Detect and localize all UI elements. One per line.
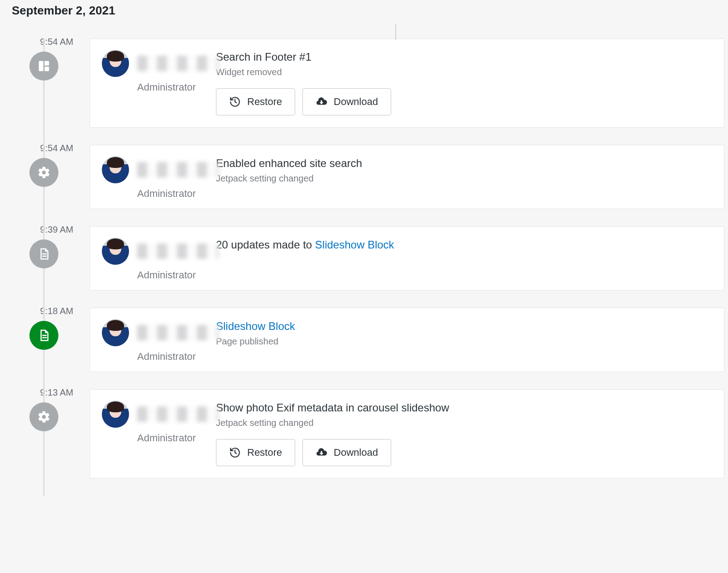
svg-rect-1 xyxy=(44,61,49,66)
button-label: Download xyxy=(334,96,378,108)
cloud-download-icon xyxy=(316,447,327,458)
activity-content: 20 updates made to Slideshow Block xyxy=(216,238,712,281)
activity-subtitle: Jetpack setting changed xyxy=(216,173,712,184)
actor-block: Administrator xyxy=(102,401,203,466)
download-button[interactable]: Download xyxy=(302,439,391,466)
actor-role: Administrator xyxy=(137,81,196,93)
event-time: 9:54 AM xyxy=(40,37,80,47)
activity-subtitle: Widget removed xyxy=(216,67,712,77)
svg-rect-0 xyxy=(39,61,43,72)
button-label: Download xyxy=(334,447,378,458)
gear-icon xyxy=(29,158,58,187)
button-label: Restore xyxy=(247,96,282,108)
history-icon xyxy=(229,96,241,108)
avatar xyxy=(102,50,129,77)
event-time: 9:18 AM xyxy=(40,306,80,316)
activity-row: 9:54 AM Administrator Enabled enhanced s… xyxy=(8,145,724,209)
activity-subtitle: Jetpack setting changed xyxy=(216,418,712,428)
activity-row: 9:54 AM Administrator Search in Footer #… xyxy=(8,38,724,128)
date-header: September 2, 2021 xyxy=(8,4,724,18)
avatar xyxy=(102,156,129,183)
actor-name-redacted xyxy=(137,406,219,422)
cloud-download-icon xyxy=(316,96,327,108)
activity-title: Show photo Exif metadata in carousel sli… xyxy=(216,401,712,414)
actor-name-redacted xyxy=(137,162,219,177)
actor-block: Administrator xyxy=(102,238,203,281)
activity-row: 9:39 AM Administrator 20 updates made to… xyxy=(8,226,724,291)
actor-role: Administrator xyxy=(137,269,196,281)
button-label: Restore xyxy=(247,447,282,458)
actor-role: Administrator xyxy=(137,432,196,444)
activity-actions: Restore Download xyxy=(216,439,712,466)
activity-title: Enabled enhanced site search xyxy=(216,157,712,170)
event-time: 9:13 AM xyxy=(40,387,80,398)
activity-row: 9:18 AM Administrator Slideshow Block xyxy=(8,308,724,372)
timeline-connector xyxy=(395,24,397,40)
avatar xyxy=(102,238,129,265)
page-icon xyxy=(29,239,58,268)
timeline-col: 9:39 AM xyxy=(8,226,80,291)
activity-title: Slideshow Block xyxy=(216,320,712,333)
title-prefix: 20 updates made to xyxy=(216,239,315,251)
actor-block: Administrator xyxy=(102,319,203,363)
avatar xyxy=(102,319,129,346)
actor-name-redacted xyxy=(137,56,219,71)
timeline-col: 9:54 AM xyxy=(8,145,80,209)
actor-name-redacted xyxy=(137,244,219,259)
activity-title: Search in Footer #1 xyxy=(216,51,712,63)
restore-button[interactable]: Restore xyxy=(216,439,295,466)
activity-content: Search in Footer #1 Widget removed Resto… xyxy=(216,50,712,115)
title-link[interactable]: Slideshow Block xyxy=(315,239,394,251)
actor-role: Administrator xyxy=(137,351,196,363)
event-time: 9:39 AM xyxy=(40,224,80,235)
actor-block: Administrator xyxy=(102,156,203,200)
avatar xyxy=(102,401,129,428)
page-icon xyxy=(29,321,58,350)
title-link[interactable]: Slideshow Block xyxy=(216,320,295,332)
activity-card[interactable]: Administrator Show photo Exif metadata i… xyxy=(90,389,724,478)
timeline-col: 9:13 AM xyxy=(8,389,80,478)
history-icon xyxy=(229,447,241,458)
layout-icon xyxy=(29,52,58,81)
activity-title: 20 updates made to Slideshow Block xyxy=(216,239,712,251)
activity-content: Show photo Exif metadata in carousel sli… xyxy=(216,401,712,466)
activity-card[interactable]: Administrator Slideshow Block Page publi… xyxy=(90,308,724,372)
timeline-col: 9:54 AM xyxy=(8,38,80,128)
actor-role: Administrator xyxy=(137,188,196,200)
timeline-col: 9:18 AM xyxy=(8,308,80,372)
gear-icon xyxy=(29,402,58,431)
activity-actions: Restore Download xyxy=(216,88,712,115)
activity-row: 9:13 AM Administrator Show photo Exif me… xyxy=(8,389,724,478)
activity-card[interactable]: Administrator 20 updates made to Slidesh… xyxy=(90,226,724,291)
activity-card[interactable]: Administrator Search in Footer #1 Widget… xyxy=(90,38,724,128)
activity-content: Enabled enhanced site search Jetpack set… xyxy=(216,156,712,200)
restore-button[interactable]: Restore xyxy=(216,88,295,115)
activity-card[interactable]: Administrator Enabled enhanced site sear… xyxy=(90,145,724,209)
event-time: 9:54 AM xyxy=(40,143,80,153)
activity-content: Slideshow Block Page published xyxy=(216,319,712,363)
actor-name-redacted xyxy=(137,325,219,340)
activity-subtitle: Page published xyxy=(216,336,712,347)
download-button[interactable]: Download xyxy=(302,88,391,115)
svg-rect-2 xyxy=(44,67,49,71)
actor-block: Administrator xyxy=(102,50,203,115)
